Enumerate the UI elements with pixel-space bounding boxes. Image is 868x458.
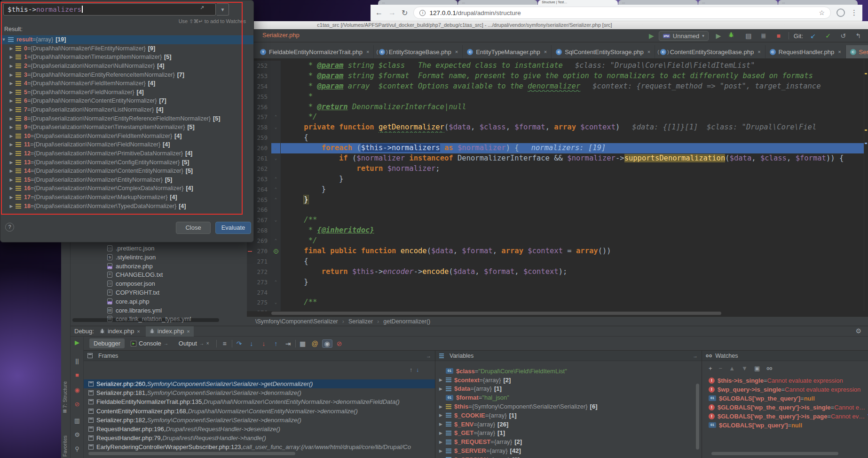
close-icon[interactable]: ×: [366, 49, 369, 55]
show-execution-point-icon[interactable]: ≡: [220, 340, 230, 347]
history-icon[interactable]: ↺: [838, 32, 848, 40]
code-line[interactable]: 258⌄ private function getDenormalizer($d…: [247, 122, 868, 133]
close-icon[interactable]: ×: [838, 49, 841, 55]
result-item-row[interactable]: ▶9 = {Drupal\serialization\Normalizer\Ti…: [0, 123, 253, 132]
variable-row[interactable]: ▶$_SESSION = {array} [2]: [435, 455, 702, 458]
mute-breakpoints-icon[interactable]: ⊘: [334, 340, 345, 347]
variable-row[interactable]: ▶$context = {array} [2]: [435, 376, 702, 385]
reload-icon[interactable]: ↻: [402, 8, 408, 17]
step-into-icon[interactable]: ↓: [246, 340, 257, 347]
restore-layout-icon[interactable]: ▥: [71, 417, 84, 424]
code-line[interactable]: 271 {: [247, 257, 868, 267]
force-step-into-icon[interactable]: ↓: [259, 340, 269, 347]
watch-row[interactable]: !$GLOBALS['wp_the_query']->is_single = C…: [702, 403, 868, 412]
debug-session-tab[interactable]: index.php×: [146, 326, 194, 337]
result-item-row[interactable]: ▶15 = {Drupal\serialization\Normalizer\E…: [0, 176, 253, 185]
result-item-row[interactable]: ▶10 = {Drupal\serialization\Normalizer\F…: [0, 132, 253, 141]
expression-input[interactable]: $this->normalizers: [3, 3, 216, 16]
resume-icon[interactable]: ▶: [71, 339, 84, 346]
close-icon[interactable]: ×: [206, 341, 209, 346]
sidebar-item-favorites[interactable]: ▥ 2: Favorites: [62, 435, 68, 458]
project-file-row[interactable]: COPYRIGHT.txt: [107, 288, 159, 297]
run-configuration-selector[interactable]: php Unnamed ▾: [659, 31, 709, 41]
browser-tab[interactable]: …: [698, 0, 778, 5]
execution-line[interactable]: 260⌄ foreach ($this->normalizers as $nor…: [247, 143, 868, 153]
copy-icon[interactable]: ▣: [754, 365, 760, 372]
show-watches-icon[interactable]: oo: [766, 366, 772, 371]
chevron-right-icon[interactable]: ▶: [8, 81, 15, 86]
code-line[interactable]: 256 * @return DenormalizerInterface|null: [247, 102, 868, 112]
code-line[interactable]: 275⌄ /**: [247, 297, 868, 308]
hide-panel-icon[interactable]: →: [426, 351, 431, 361]
run-icon[interactable]: ▶: [713, 32, 724, 40]
step-over-icon[interactable]: ↷: [234, 340, 245, 347]
breadcrumb-item[interactable]: Serializer: [348, 318, 373, 325]
chevron-right-icon[interactable]: ▶: [439, 422, 446, 426]
project-file-row[interactable]: composer.json: [107, 279, 155, 288]
project-file-row[interactable]: core.api.php: [107, 297, 150, 306]
stack-frame-row[interactable]: ContentEntityNormalizer.php:168, Drupal\…: [84, 407, 435, 416]
stack-frame-row[interactable]: RequestHandler.php:79, Drupal\rest\Reque…: [84, 434, 435, 442]
variable-row[interactable]: ▶$_ENV = {array} [26]: [435, 420, 702, 429]
project-file-row[interactable]: CHANGELOG.txt: [107, 270, 163, 279]
chevron-right-icon[interactable]: ▶: [8, 134, 15, 138]
chevron-right-icon[interactable]: ▶: [8, 72, 15, 77]
add-watch-icon[interactable]: +: [709, 365, 712, 372]
result-item-row[interactable]: ▶3 = {Drupal\hal\Normalizer\EntityRefere…: [0, 70, 253, 79]
chevron-right-icon[interactable]: ▶: [439, 440, 446, 444]
result-item-row[interactable]: ▶11 = {Drupal\serialization\Normalizer\F…: [0, 140, 253, 149]
variable-row[interactable]: ▶$_COOKIE = {array} [1]: [435, 411, 702, 420]
chevron-right-icon[interactable]: ▶: [439, 378, 446, 382]
tab-debugger[interactable]: Debugger: [89, 338, 125, 348]
address-bar[interactable]: i 127.0.0.1/drupal/admin/structure ☆: [413, 7, 831, 19]
editor-tab[interactable]: CRequestHandler.php×: [765, 45, 846, 58]
sidebar-item-structure[interactable]: ▦ 7: Structure: [62, 381, 68, 414]
code-line[interactable]: 268 * {@inheritdoc}: [247, 225, 868, 236]
result-item-row[interactable]: ▶8 = {Drupal\serialization\Normalizer\En…: [0, 114, 253, 123]
chevron-right-icon[interactable]: ▶: [439, 386, 446, 391]
evaluate-expression-icon[interactable]: ▦: [298, 340, 308, 347]
browser-tab[interactable]: …: [378, 0, 458, 5]
move-down-icon[interactable]: ▼: [742, 365, 748, 372]
code-line[interactable]: 266: [247, 205, 868, 215]
move-up-icon[interactable]: ▲: [729, 365, 735, 372]
commit-icon[interactable]: ✓: [823, 32, 833, 40]
variables-vertical-scrollbar[interactable]: [696, 384, 699, 450]
breadcrumb-item[interactable]: getDenormalizer(): [383, 318, 430, 325]
evaluate-button[interactable]: Evaluate: [215, 222, 251, 234]
breadcrumb[interactable]: \Symfony\Component\Serializer›Serializer…: [247, 316, 868, 326]
frames-horizontal-scrollbar[interactable]: [88, 452, 295, 455]
variable-row[interactable]: ▶$_REQUEST = {array} [2]: [435, 437, 702, 446]
profiler-icon[interactable]: ≣: [758, 32, 769, 40]
stack-frame-row[interactable]: RequestHandler.php:196, Drupal\rest\Requ…: [84, 425, 435, 434]
stack-frame-row[interactable]: EarlyRenderingControllerWrapperSubscribe…: [84, 442, 435, 451]
browser-tab[interactable]: …: [458, 0, 537, 5]
forward-icon[interactable]: →: [388, 8, 396, 17]
code-line[interactable]: 257⌃ */: [247, 112, 868, 122]
chevron-right-icon[interactable]: ▶: [8, 107, 15, 112]
watches-horizontal-scrollbar[interactable]: [711, 452, 838, 455]
chevron-right-icon[interactable]: ▶: [8, 116, 15, 121]
result-item-row[interactable]: ▶16 = {Drupal\serialization\Normalizer\C…: [0, 184, 253, 193]
show-run-panel-icon[interactable]: ▶: [649, 32, 654, 40]
code-line[interactable]: 269⌃ */: [247, 236, 868, 246]
browser-menu-icon[interactable]: ⋮: [851, 8, 858, 17]
chevron-right-icon[interactable]: ▶: [8, 125, 15, 129]
chevron-right-icon[interactable]: ▶: [8, 98, 15, 103]
remove-watch-icon[interactable]: −: [719, 365, 723, 372]
result-item-row[interactable]: ▶14 = {Drupal\serialization\Normalizer\C…: [0, 167, 253, 176]
variable-row[interactable]: ▶$data = {array} [1]: [435, 385, 702, 394]
chevron-right-icon[interactable]: ▶: [8, 160, 15, 165]
chevron-right-icon[interactable]: ▶: [8, 151, 15, 156]
stack-frame-row[interactable]: FieldableEntityNormalizerTrait.php:135, …: [84, 397, 435, 406]
result-item-row[interactable]: ▶18 = {Drupal\serialization\Normalizer\T…: [0, 201, 253, 210]
code-line[interactable]: 254 * @param array $context Options avai…: [247, 81, 868, 92]
code-line[interactable]: 261⌄ if ($normalizer instanceof Denormal…: [247, 153, 868, 164]
chevron-right-icon[interactable]: ▶: [439, 431, 446, 435]
code-line[interactable]: 264⌃ }: [247, 185, 868, 195]
result-item-row[interactable]: ▶4 = {Drupal\hal\Normalizer\FieldItemNor…: [0, 79, 253, 88]
code-line[interactable]: 276: [247, 308, 868, 311]
memory-view-icon[interactable]: @: [310, 340, 320, 347]
coverage-icon[interactable]: ▤: [743, 32, 754, 40]
close-button[interactable]: Close: [176, 222, 211, 234]
